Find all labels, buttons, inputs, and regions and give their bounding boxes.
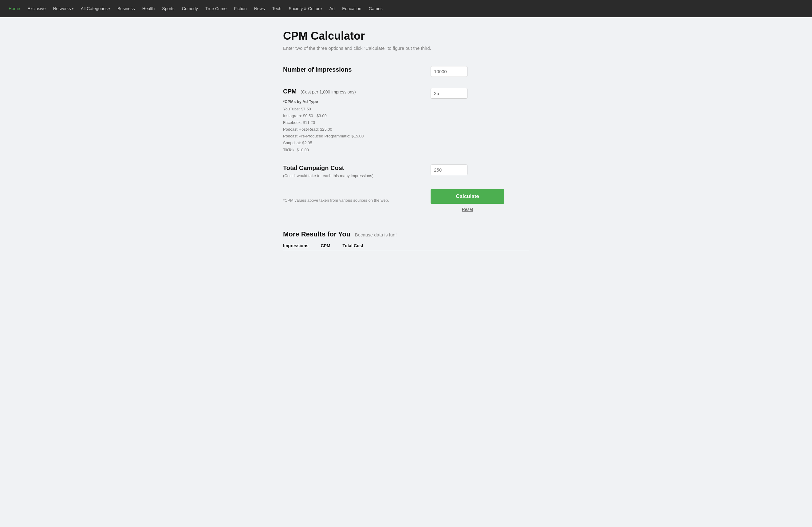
- more-results-title: More Results for You: [283, 230, 350, 238]
- cpm-item-tiktok: TikTok: $10.00: [283, 147, 431, 154]
- impressions-row: Number of Impressions: [283, 66, 529, 77]
- nav-tech[interactable]: Tech: [269, 0, 285, 17]
- calculate-button[interactable]: Calculate: [431, 189, 504, 204]
- nav-society-culture[interactable]: Society & Culture: [285, 0, 325, 17]
- cpm-ad-type-title: *CPMs by Ad Type: [283, 99, 431, 104]
- impressions-input[interactable]: [431, 66, 467, 77]
- nav-networks[interactable]: Networks: [49, 0, 77, 17]
- col-impressions: Impressions: [283, 243, 308, 248]
- nav-business[interactable]: Business: [114, 0, 139, 17]
- cpm-item-snapchat: Snapchat: $2.95: [283, 140, 431, 146]
- page-title: CPM Calculator: [283, 29, 529, 42]
- cpm-item-instagram: Instagram: $0.50 - $3.00: [283, 113, 431, 119]
- total-cost-input[interactable]: [431, 165, 467, 175]
- more-results-sub: Because data is fun!: [355, 232, 397, 237]
- nav-news[interactable]: News: [250, 0, 269, 17]
- cpm-item-facebook: Facebook: $11.20: [283, 119, 431, 126]
- impressions-label: Number of Impressions: [283, 66, 352, 73]
- nav-comedy[interactable]: Comedy: [178, 0, 202, 17]
- cpm-row: CPM (Cost per 1,000 impressions) *CPMs b…: [283, 88, 529, 154]
- cpm-ad-type-info: *CPMs by Ad Type YouTube: $7.50 Instagra…: [283, 99, 431, 154]
- cpm-note: *CPM values above taken from various sou…: [283, 198, 431, 203]
- nav-all-categories[interactable]: All Categories: [77, 0, 114, 17]
- nav-education[interactable]: Education: [338, 0, 365, 17]
- more-results-section: More Results for You Because data is fun…: [283, 230, 529, 250]
- cpm-item-youtube: YouTube: $7.50: [283, 106, 431, 113]
- col-total-cost: Total Cost: [343, 243, 363, 248]
- cpm-item-podcast-hr: Podcast Host-Read: $25.00: [283, 126, 431, 133]
- nav-fiction[interactable]: Fiction: [230, 0, 250, 17]
- action-row: *CPM values above taken from various sou…: [283, 189, 529, 212]
- cpm-sub-label: (Cost per 1,000 impressions): [301, 89, 356, 95]
- total-cost-sub: (Cost it would take to reach this many i…: [283, 173, 431, 178]
- cpm-label: CPM: [283, 88, 296, 95]
- nav-sports[interactable]: Sports: [158, 0, 178, 17]
- nav-games[interactable]: Games: [365, 0, 386, 17]
- nav-art[interactable]: Art: [325, 0, 338, 17]
- main-nav: Home Exclusive Networks All Categories B…: [0, 0, 812, 17]
- nav-exclusive[interactable]: Exclusive: [24, 0, 49, 17]
- page-subtitle: Enter two of the three options and click…: [283, 45, 529, 51]
- col-cpm: CPM: [321, 243, 330, 248]
- reset-button[interactable]: Reset: [462, 207, 473, 212]
- cpm-input[interactable]: [431, 88, 467, 99]
- nav-health[interactable]: Health: [139, 0, 158, 17]
- total-cost-label: Total Campaign Cost: [283, 165, 344, 171]
- main-content: CPM Calculator Enter two of the three op…: [274, 17, 538, 269]
- cpm-item-podcast-pp: Podcast Pre-Produced Programmatic: $15.0…: [283, 133, 431, 140]
- total-cost-row: Total Campaign Cost (Cost it would take …: [283, 165, 529, 178]
- calc-buttons: Calculate Reset: [431, 189, 504, 212]
- results-table-header: Impressions CPM Total Cost: [283, 243, 529, 250]
- nav-home[interactable]: Home: [5, 0, 24, 17]
- nav-true-crime[interactable]: True Crime: [202, 0, 231, 17]
